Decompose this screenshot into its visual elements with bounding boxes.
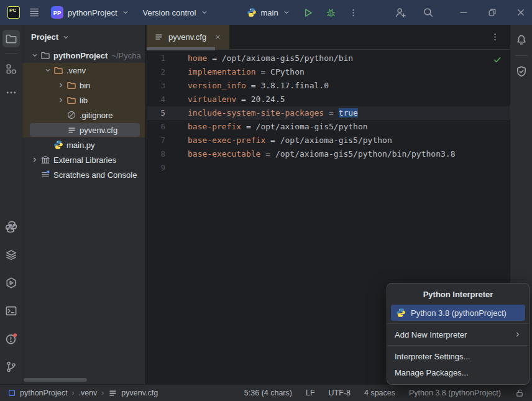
- code-line-5[interactable]: 5include-system-site-packages = true: [147, 106, 510, 120]
- close-icon[interactable]: [214, 33, 222, 41]
- services-icon[interactable]: [2, 274, 20, 292]
- project-widget[interactable]: PP pythonProject: [46, 3, 134, 22]
- breadcrumb-label: pyvenv.cfg: [121, 389, 158, 397]
- status-utf-8[interactable]: UTF-8: [329, 389, 351, 397]
- menu-item-manage-packages-[interactable]: Manage Packages...: [387, 364, 529, 380]
- python-console-icon[interactable]: [2, 218, 20, 236]
- tree-item-label: Scratches and Console: [53, 170, 137, 180]
- minimize-icon[interactable]: [459, 7, 469, 17]
- chevron-right-icon[interactable]: [30, 155, 40, 165]
- libraries-icon: [40, 155, 50, 165]
- tree-item-pythonproject[interactable]: pythonProject~/Pycha: [22, 48, 145, 63]
- tree-item-lib[interactable]: lib: [22, 93, 145, 108]
- menu-item-python-3-8-pythonproject-[interactable]: Python 3.8 (pythonProject): [391, 305, 525, 321]
- problems-icon: [5, 333, 17, 345]
- tree-item-label: .gitignore: [80, 111, 112, 120]
- problems-icon[interactable]: [2, 330, 20, 348]
- terminal-icon[interactable]: [2, 302, 20, 320]
- breadcrumb-pyvenv-cfg[interactable]: pyvenv.cfg: [108, 389, 158, 398]
- tree-item--gitignore[interactable]: .gitignore: [22, 108, 145, 122]
- git-branch-icon[interactable]: [2, 358, 20, 376]
- python-packages-icon[interactable]: [2, 246, 20, 264]
- menu-item-interpreter-settings-[interactable]: Interpreter Settings...: [387, 348, 529, 364]
- status-lf[interactable]: LF: [306, 389, 315, 397]
- statusbar: pythonProject›.venv›pyvenv.cfg 5:36 (4 c…: [0, 384, 532, 401]
- add-user-icon[interactable]: [395, 7, 406, 19]
- unlock-icon[interactable]: [515, 388, 525, 398]
- code-text: base-prefix = /opt/axioma-gis5/python: [175, 120, 368, 134]
- line-number: 7: [147, 134, 175, 147]
- left-strip-bottom: [2, 218, 20, 384]
- menu-separator: [387, 345, 529, 346]
- tree-item-pyvenv-cfg[interactable]: pyvenv.cfg: [22, 122, 145, 137]
- more-tool-windows-icon[interactable]: [2, 84, 20, 101]
- chevron-spacer: [56, 110, 66, 120]
- hamburger-icon[interactable]: [29, 7, 40, 18]
- text-file-icon: [154, 32, 163, 42]
- chevron-down-icon: [122, 9, 129, 16]
- code-line-2[interactable]: 2implementation = CPython: [147, 65, 510, 79]
- structure-icon[interactable]: [2, 60, 20, 78]
- breadcrumb--venv[interactable]: .venv: [78, 389, 97, 397]
- left-strip: [0, 25, 22, 384]
- code-line-3[interactable]: 3version_info = 3.8.17.final.0: [147, 79, 510, 93]
- code-line-9[interactable]: 9: [147, 161, 510, 175]
- breadcrumb-pythonproject[interactable]: pythonProject: [7, 389, 67, 397]
- search-icon[interactable]: [423, 7, 434, 18]
- tree-item-bin[interactable]: bin: [22, 78, 145, 93]
- chevron-right-icon[interactable]: [56, 95, 66, 105]
- tree-item--venv[interactable]: .venv: [22, 63, 145, 78]
- code-value: 20.24.5: [251, 94, 285, 104]
- chevron-down-icon[interactable]: [30, 50, 40, 60]
- code-line-6[interactable]: 6base-prefix = /opt/axioma-gis5/python: [147, 120, 510, 134]
- code-text: home = /opt/axioma-gis5/python/bin: [175, 52, 353, 65]
- debug-icon[interactable]: [326, 7, 336, 18]
- code-line-8[interactable]: 8base-executable = /opt/axioma-gis5/pyth…: [147, 147, 510, 161]
- code-value: 3.8.17.final.0: [260, 81, 329, 90]
- code-text: [175, 161, 188, 175]
- menu-item-label: Interpreter Settings...: [395, 352, 470, 361]
- statusbar-widgets: 5:36 (4 chars)LFUTF-84 spacesPython 3.8 …: [244, 388, 525, 398]
- more-icon[interactable]: [490, 32, 500, 42]
- notifications-bell-icon[interactable]: [513, 31, 530, 48]
- maximize-icon[interactable]: [487, 7, 497, 17]
- tree-item-scratches-and-console[interactable]: Scratches and Console: [22, 167, 145, 182]
- divider: [5, 53, 17, 54]
- run-icon[interactable]: [303, 7, 313, 18]
- titlebar-left: PC PP pythonProject Version control main: [6, 3, 358, 22]
- titlebar-right: [395, 7, 526, 19]
- code-line-4[interactable]: 4virtualenv = 20.24.5: [147, 93, 510, 106]
- git-branch-icon: [5, 361, 17, 373]
- project-folder-icon[interactable]: [2, 30, 20, 47]
- tree-item-label: External Libraries: [53, 155, 116, 165]
- code-line-7[interactable]: 7base-exec-prefix = /opt/axioma-gis5/pyt…: [147, 134, 510, 147]
- vcs-label: Version control: [143, 8, 196, 17]
- divider: [515, 55, 528, 56]
- shield-icon[interactable]: [513, 63, 530, 80]
- more-icon[interactable]: [349, 8, 358, 17]
- editor-tab-pyvenv[interactable]: pyvenv.cfg: [147, 25, 229, 49]
- tree-item-label: .venv: [66, 66, 86, 75]
- status-4-spaces[interactable]: 4 spaces: [364, 389, 395, 397]
- folder-icon: [40, 50, 50, 60]
- code-text: implementation = CPython: [175, 65, 305, 79]
- code-value: /opt/axioma-gis5/python: [256, 122, 368, 131]
- horizontal-scrollbar[interactable]: [24, 378, 87, 382]
- code-area[interactable]: 1home = /opt/axioma-gis5/python/bin2impl…: [147, 50, 510, 175]
- menu-item-add-new-interpreter[interactable]: Add New Interpreter: [387, 326, 529, 343]
- structure-icon: [5, 63, 17, 75]
- vcs-widget[interactable]: Version control: [138, 5, 213, 21]
- close-icon[interactable]: [516, 7, 526, 17]
- chevron-down-icon[interactable]: [43, 65, 53, 75]
- code-text: version_info = 3.8.17.final.0: [175, 79, 329, 93]
- status-python-3-8-pythonproject-[interactable]: Python 3.8 (pythonProject): [409, 389, 501, 397]
- code-line-1[interactable]: 1home = /opt/axioma-gis5/python/bin: [147, 52, 510, 65]
- code-text: base-executable = /opt/axioma-gis5/pytho…: [175, 147, 455, 161]
- project-panel-header[interactable]: Project: [22, 25, 145, 47]
- status-5-36-4-chars-[interactable]: 5:36 (4 chars): [244, 389, 292, 397]
- line-number: 9: [147, 161, 175, 175]
- tree-item-external-libraries[interactable]: External Libraries: [22, 152, 145, 167]
- chevron-right-icon[interactable]: [56, 80, 66, 90]
- tree-item-main-py[interactable]: main.py: [22, 137, 145, 152]
- run-configuration-selector[interactable]: main: [242, 4, 295, 21]
